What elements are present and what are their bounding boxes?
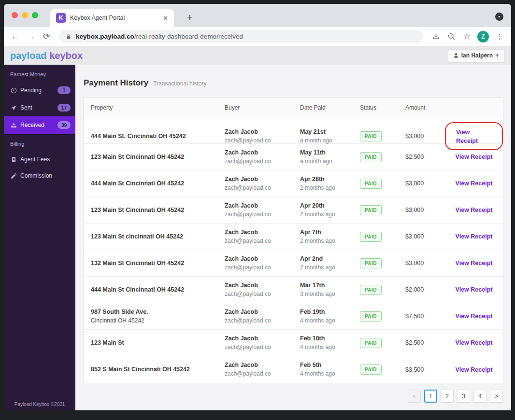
property-address: 123 Main St Cincinnati OH 45242: [91, 206, 225, 214]
buyer-cell: Zach Jacobzach@payload.co: [225, 255, 300, 271]
property-address: 444 Main St Cincinnati OH 45242: [91, 286, 225, 294]
table-row: 123 Main StZach Jacobzach@payload.coFeb …: [84, 330, 503, 356]
property-cell: 444 Main St. Cincinnati OH 45242: [91, 132, 225, 140]
inbox-download-icon: [11, 122, 17, 128]
browser-profile-avatar[interactable]: Z: [477, 31, 489, 42]
view-receipt-link[interactable]: View Receipt: [456, 129, 478, 144]
view-receipt-link[interactable]: View Receipt: [456, 313, 493, 320]
action-cell: View Receipt: [445, 260, 503, 266]
view-receipt-link[interactable]: View Receipt: [456, 366, 493, 373]
buyer-email: zach@payload.co: [225, 137, 300, 145]
payment-table-body: 444 Main St. Cincinnati OH 45242Zach Jac…: [84, 117, 503, 383]
date-paid-cell: Feb 5th4 months ago: [300, 361, 360, 378]
buyer-cell: Zach Jacobzach@payload.co: [225, 361, 300, 378]
highlight-annotation-box: View Receipt: [445, 122, 503, 150]
buyer-cell: Zach Jacobzach@payload.co: [225, 281, 300, 298]
status-cell: PAID: [360, 285, 405, 295]
column-header-amount: Amount: [405, 104, 445, 111]
close-window-button[interactable]: [12, 12, 18, 18]
date-relative: a month ago: [300, 158, 360, 166]
view-receipt-link[interactable]: View Receipt: [456, 180, 493, 187]
action-cell: View Receipt: [445, 339, 503, 346]
page-title: Payment History: [84, 78, 148, 88]
sidebar-item-pending[interactable]: Pending1: [4, 82, 75, 99]
back-button[interactable]: ←: [9, 32, 22, 42]
pagination-page-4[interactable]: 4: [473, 390, 486, 403]
tab-close-icon[interactable]: ✕: [163, 14, 168, 22]
amount-cell: $3,500: [405, 366, 445, 373]
download-icon[interactable]: [429, 32, 443, 41]
view-receipt-link[interactable]: View Receipt: [456, 233, 493, 240]
pagination-prev-button[interactable]: <: [408, 390, 421, 403]
reload-button[interactable]: ⟳: [40, 31, 53, 42]
buyer-cell: Zach Jacobzach@payload.co: [225, 149, 300, 165]
action-cell: View Receipt: [445, 313, 503, 320]
property-cell: 123 Main St Cincinnati OH 45242: [91, 153, 225, 161]
buyer-email: zach@payload.co: [225, 211, 300, 219]
window-controls: [12, 12, 38, 18]
view-receipt-link[interactable]: View Receipt: [456, 207, 493, 213]
sidebar-item-received[interactable]: Received39: [4, 116, 75, 134]
buyer-name: Zach Jacob: [225, 308, 300, 316]
table-row: 444 Main St Cincinnati OH 45242Zach Jaco…: [84, 170, 503, 197]
pagination-page-1[interactable]: 1: [424, 390, 437, 403]
invoice-icon: [11, 156, 17, 163]
sidebar-section-earnest-money: Earnest MoneyPending1Sent17Received39: [4, 65, 75, 134]
url-domain: keybox.payload.co: [76, 33, 134, 40]
view-receipt-link[interactable]: View Receipt: [456, 260, 493, 266]
date-relative: 2 months ago: [300, 238, 360, 245]
date-paid: Apr 28th: [300, 175, 360, 183]
send-icon: [11, 105, 17, 111]
tab-search-icon[interactable]: ▼: [495, 13, 503, 21]
property-cell: 123 Main St: [91, 339, 225, 347]
view-receipt-link[interactable]: View Receipt: [456, 286, 493, 293]
status-badge: PAID: [360, 152, 382, 162]
property-cell: 132 Main St Cincinnati OH 45242: [91, 259, 225, 267]
forward-button[interactable]: →: [24, 32, 38, 42]
status-badge: PAID: [360, 285, 382, 295]
pagination-next-button[interactable]: >: [490, 390, 503, 403]
status-badge: PAID: [360, 131, 382, 141]
pagination-page-3[interactable]: 3: [457, 390, 470, 403]
amount-cell: $3,000: [405, 207, 445, 213]
buyer-name: Zach Jacob: [225, 202, 300, 210]
tab-title: Keybox Agent Portal: [70, 14, 158, 21]
count-badge: 17: [57, 104, 71, 112]
browser-tab[interactable]: K Keybox Agent Portal ✕: [50, 9, 174, 27]
commission-icon: [11, 173, 17, 179]
status-badge: PAID: [360, 232, 382, 242]
address-bar[interactable]: keybox.payload.co/real-realty-dashboard-…: [59, 30, 423, 43]
buyer-email: zach@payload.co: [225, 158, 300, 166]
date-paid: Feb 19th: [300, 308, 360, 316]
minimize-window-button[interactable]: [22, 12, 28, 18]
pagination-page-2[interactable]: 2: [441, 390, 454, 403]
browser-menu-icon[interactable]: ⋮: [493, 32, 506, 41]
sidebar-item-commission[interactable]: Commission: [4, 168, 75, 184]
sidebar-footer: Payload Keybox ©2021: [4, 402, 75, 410]
view-receipt-link[interactable]: View Receipt: [456, 154, 493, 160]
sidebar-item-sent[interactable]: Sent17: [4, 99, 75, 116]
buyer-name: Zach Jacob: [225, 361, 300, 369]
zoom-out-icon[interactable]: [444, 32, 458, 41]
new-tab-button[interactable]: +: [184, 12, 196, 23]
user-menu-button[interactable]: Ian Halpern ▼: [448, 49, 505, 62]
url-text: keybox.payload.co/real-realty-dashboard-…: [76, 33, 243, 40]
buyer-cell: Zach Jacobzach@payload.co: [225, 128, 300, 144]
buyer-email: zach@payload.co: [225, 317, 300, 325]
date-relative: 3 months ago: [300, 291, 360, 298]
bookmark-star-icon[interactable]: ☆: [460, 31, 473, 42]
column-header-property: Property: [91, 104, 225, 111]
table-row: 123 Main St cincinnati OH 45242Zach Jaco…: [84, 224, 503, 250]
buyer-email: zach@payload.co: [225, 264, 300, 272]
property-address: 123 Main St cincinnati OH 45242: [91, 233, 225, 241]
buyer-name: Zach Jacob: [225, 281, 300, 290]
status-cell: PAID: [360, 232, 405, 242]
status-cell: PAID: [360, 311, 405, 322]
zoom-window-button[interactable]: [32, 12, 38, 18]
sidebar: Earnest MoneyPending1Sent17Received39Bil…: [4, 65, 75, 410]
amount-cell: $7,500: [405, 313, 445, 320]
brand-logo: payload keybox: [10, 50, 83, 61]
view-receipt-link[interactable]: View Receipt: [456, 339, 493, 346]
property-address: 444 Main St. Cincinnati OH 45242: [91, 132, 225, 140]
sidebar-item-agent-fees[interactable]: Agent Fees: [4, 151, 75, 168]
